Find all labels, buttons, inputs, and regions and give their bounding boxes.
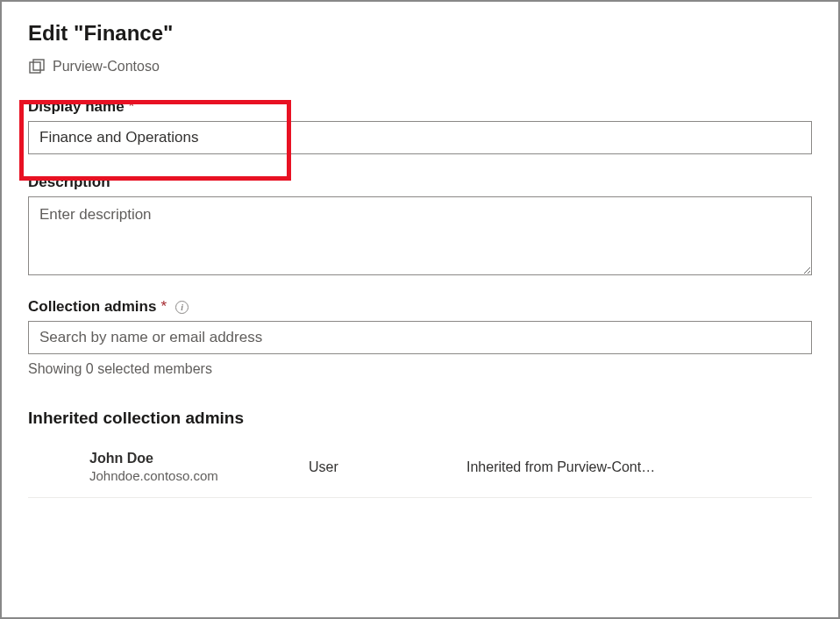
collection-admins-label-text: Collection admins <box>28 298 156 316</box>
collection-icon <box>28 58 46 75</box>
display-name-field: Display name * <box>28 98 812 154</box>
admin-identity: John Doe Johndoe.contoso.com <box>89 451 309 483</box>
description-field: Description <box>28 174 812 279</box>
description-label-text: Description <box>28 174 110 191</box>
collection-admins-label: Collection admins * i <box>28 298 812 316</box>
required-indicator: * <box>160 298 167 316</box>
admin-name: John Doe <box>89 451 309 466</box>
display-name-input[interactable] <box>28 121 812 154</box>
selected-members-helper: Showing 0 selected members <box>28 361 812 377</box>
admin-type: User <box>309 459 466 475</box>
svg-rect-1 <box>33 60 44 70</box>
inherited-admin-row: John Doe Johndoe.contoso.com User Inheri… <box>28 444 812 498</box>
info-icon[interactable]: i <box>175 301 189 314</box>
page-title: Edit "Finance" <box>28 21 812 46</box>
collection-admins-search-input[interactable] <box>28 321 812 354</box>
admin-inherited-from: Inherited from Purview-Cont… <box>466 459 812 475</box>
inherited-admins-heading: Inherited collection admins <box>28 409 812 428</box>
display-name-label: Display name * <box>28 98 812 116</box>
description-input[interactable] <box>28 196 812 275</box>
breadcrumb: Purview-Contoso <box>28 58 812 75</box>
display-name-label-text: Display name <box>28 98 125 116</box>
description-label: Description <box>28 174 812 191</box>
collection-admins-field: Collection admins * i Showing 0 selected… <box>28 298 812 377</box>
svg-rect-0 <box>30 62 40 73</box>
breadcrumb-text: Purview-Contoso <box>53 59 160 75</box>
required-indicator: * <box>129 98 135 116</box>
admin-email: Johndoe.contoso.com <box>89 468 309 483</box>
